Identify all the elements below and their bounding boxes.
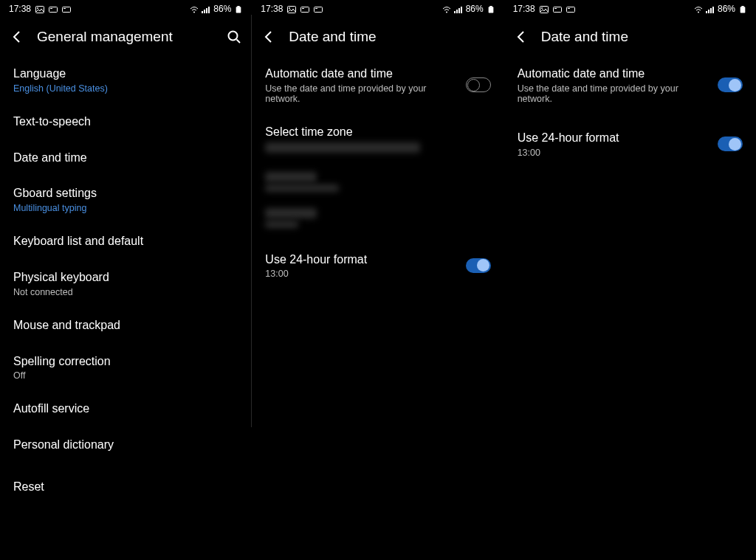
screen-general-management: 17:38 86% General management Language (0, 0, 252, 560)
status-battery: 86% (718, 4, 735, 14)
item-title: Personal dictionary (13, 438, 238, 453)
item-redacted[interactable] (265, 164, 490, 200)
toggle-24h[interactable] (718, 136, 743, 151)
svg-point-16 (289, 7, 290, 9)
item-date-time[interactable]: Date and time (13, 140, 238, 176)
toggle-auto-date-time[interactable] (718, 77, 743, 92)
svg-rect-38 (712, 7, 714, 13)
settings-list: Language English (United States) Text-to… (0, 56, 252, 505)
redacted-text (265, 208, 317, 218)
item-subtitle: Use the date and time provided by your n… (518, 83, 709, 104)
svg-point-34 (698, 12, 699, 13)
svg-rect-0 (36, 7, 44, 13)
item-title: Gboard settings (13, 186, 238, 201)
svg-rect-9 (206, 8, 207, 13)
item-reset[interactable]: Reset (13, 469, 238, 505)
svg-point-6 (193, 12, 195, 13)
back-icon[interactable] (515, 30, 528, 44)
screen-date-time-on: 17:38 86% Date and time Automatic date a… (504, 0, 756, 560)
item-auto-date-time[interactable]: Automatic date and time Use the date and… (265, 56, 490, 114)
item-select-tz[interactable]: Select time zone (265, 114, 490, 158)
search-icon[interactable] (227, 30, 241, 44)
card-icon-2 (62, 5, 71, 13)
status-bar: 17:38 86% (504, 0, 756, 18)
item-gboard[interactable]: Gboard settings Multilingual typing (13, 176, 238, 224)
header: Date and time (504, 18, 756, 56)
image-icon (287, 5, 296, 13)
svg-rect-35 (706, 11, 707, 13)
svg-rect-18 (302, 8, 304, 9)
page-title: Date and time (541, 29, 628, 45)
item-title: Automatic date and time (265, 66, 456, 82)
svg-rect-17 (301, 7, 309, 13)
svg-rect-26 (488, 7, 493, 13)
item-title: Text-to-speech (13, 114, 238, 130)
item-subtitle: Not connected (13, 287, 238, 297)
svg-rect-22 (454, 11, 456, 13)
status-bar: 17:38 86% (0, 0, 252, 18)
signal-icon (706, 5, 715, 13)
svg-rect-39 (740, 7, 746, 13)
svg-rect-8 (204, 10, 205, 13)
item-auto-date-time[interactable]: Automatic date and time Use the date and… (518, 56, 743, 114)
back-icon[interactable] (10, 30, 24, 44)
svg-rect-2 (49, 7, 58, 13)
item-dictionary[interactable]: Personal dictionary (13, 427, 238, 463)
item-use-24h[interactable]: Use 24-hour format 13:00 (265, 242, 490, 290)
item-subtitle: 13:00 (265, 269, 456, 279)
redacted-text (265, 142, 420, 153)
signal-icon (454, 5, 463, 13)
svg-rect-36 (708, 10, 709, 13)
item-physical-keyboard[interactable]: Physical keyboard Not connected (13, 260, 238, 308)
svg-rect-33 (568, 8, 570, 9)
svg-rect-24 (458, 8, 460, 13)
battery-icon (487, 5, 495, 13)
status-battery: 86% (213, 4, 231, 14)
item-tts[interactable]: Text-to-speech (13, 104, 238, 140)
svg-rect-25 (461, 7, 462, 13)
svg-rect-40 (741, 6, 743, 7)
item-language[interactable]: Language English (United States) (13, 56, 238, 104)
toggle-auto-date-time[interactable] (466, 77, 491, 92)
toggle-24h[interactable] (466, 258, 491, 273)
item-title: Mouse and trackpad (13, 318, 238, 333)
page-title: General management (37, 29, 173, 45)
svg-rect-30 (553, 7, 561, 13)
item-title: Reset (13, 480, 238, 495)
svg-rect-15 (288, 7, 296, 13)
item-keyboard-list[interactable]: Keyboard list and default (13, 224, 238, 260)
svg-point-21 (446, 12, 447, 13)
svg-rect-7 (202, 11, 203, 13)
svg-rect-28 (540, 7, 548, 13)
redacted-text (265, 184, 339, 192)
item-title: Date and time (13, 151, 238, 166)
item-redacted[interactable] (265, 200, 490, 236)
card-icon-2 (566, 5, 575, 13)
item-mouse-trackpad[interactable]: Mouse and trackpad (13, 308, 238, 344)
svg-line-14 (237, 40, 241, 44)
status-battery: 86% (466, 4, 484, 14)
image-icon (35, 5, 44, 13)
svg-rect-31 (554, 8, 557, 9)
item-title: Physical keyboard (13, 270, 238, 286)
item-title: Autofill service (13, 401, 238, 417)
card-icon-1 (49, 5, 58, 13)
item-subtitle: Multilingual typing (13, 203, 238, 213)
svg-rect-12 (238, 6, 240, 7)
svg-rect-27 (489, 6, 492, 7)
status-time: 17:38 (9, 4, 31, 14)
item-title: Use 24-hour format (265, 252, 456, 268)
svg-rect-4 (63, 7, 71, 13)
settings-list: Automatic date and time Use the date and… (252, 56, 504, 289)
battery-icon (738, 5, 747, 13)
svg-point-13 (229, 32, 238, 41)
item-spelling[interactable]: Spelling correction Off (13, 344, 238, 392)
item-autofill[interactable]: Autofill service (13, 391, 238, 427)
svg-rect-23 (456, 10, 458, 13)
header: General management (0, 18, 252, 56)
back-icon[interactable] (262, 30, 275, 44)
image-icon (540, 5, 549, 13)
item-title: Language (13, 66, 238, 82)
item-use-24h[interactable]: Use 24-hour format 13:00 (518, 120, 743, 168)
svg-rect-3 (50, 8, 52, 9)
